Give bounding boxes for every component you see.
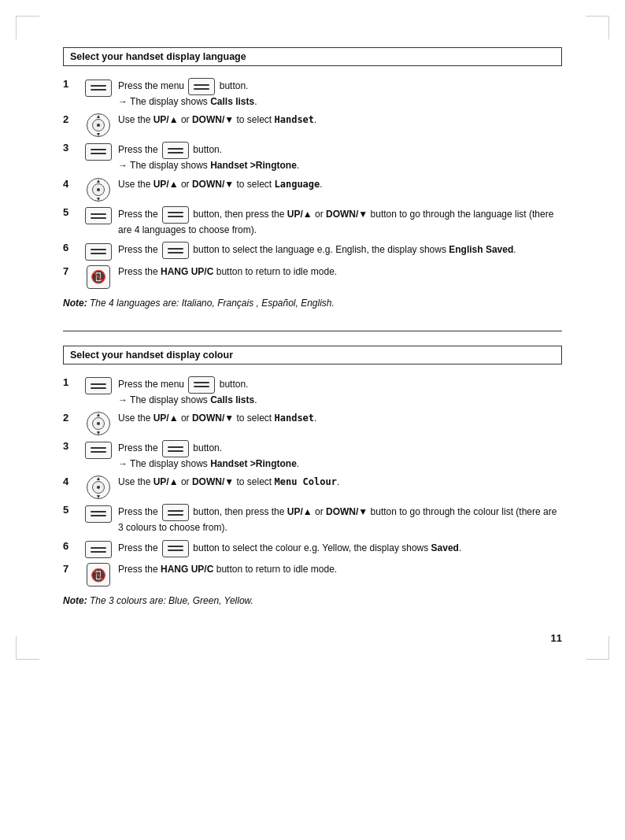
step-text: Press the menu button. → The display sho… (118, 374, 562, 409)
steps-table-colour: 1 Press the menu button. → The display s… (63, 374, 562, 590)
table-row: 6 Press the button to select the languag… (63, 239, 562, 263)
step-text: Use the UP/▲ or DOWN/▼ to select Handset… (118, 111, 562, 139)
nav-button-icon (87, 412, 110, 435)
step-number: 2 (63, 111, 79, 139)
corner-mark-tl (16, 16, 39, 39)
section-colour-note: Note: The 3 colours are: Blue, Green, Ye… (63, 595, 562, 606)
menu-button-icon (85, 377, 112, 394)
menu-icon-inline (162, 142, 189, 159)
menu-button-icon (85, 143, 112, 161)
step-text: Press the button. → The display shows Ha… (118, 139, 562, 175)
table-row: 4 Use the UP/▲ or DOWN/▼ to select Menu … (63, 473, 562, 501)
corner-mark-tr (586, 16, 609, 39)
section-colour-header: Select your handset display colour (63, 346, 562, 364)
step-icon-menu (79, 538, 118, 561)
step-text: Press the HANG UP/C button to return to … (118, 263, 562, 291)
step-number: 7 (63, 561, 79, 589)
step-number: 5 (63, 501, 79, 537)
hangup-button-icon: 📵 (87, 563, 110, 587)
menu-button-icon (85, 505, 112, 523)
table-row: 7 📵 Press the HANG UP/C button to return… (63, 561, 562, 589)
table-row: 2 Use the UP/▲ or DOWN/▼ to select Hands… (63, 409, 562, 438)
section-divider (63, 331, 562, 331)
step-icon-menu (79, 204, 118, 239)
nav-button-icon (87, 178, 110, 202)
step-text: Press the button, then press the UP/▲ or… (118, 204, 562, 239)
step-text: Press the menu button. → The display sho… (118, 76, 562, 111)
menu-icon-inline (162, 440, 189, 457)
menu-button-icon (85, 442, 112, 459)
step-number: 4 (63, 473, 79, 501)
step-arrow: → The display shows Calls lists. (118, 95, 562, 109)
table-row: 3 Press the button. → The display shows … (63, 438, 562, 473)
step-number: 6 (63, 239, 79, 263)
step-icon-nav (79, 473, 118, 501)
menu-icon-inline (162, 504, 189, 521)
menu-icon-inline (162, 540, 189, 557)
page-number: 11 (551, 632, 562, 644)
menu-icon-inline (162, 206, 189, 224)
step-number: 6 (63, 538, 79, 561)
step-number: 5 (63, 204, 79, 239)
table-row: 3 Press the button. → The display shows … (63, 139, 562, 175)
step-text: Press the button to select the language … (118, 239, 562, 263)
menu-icon-inline (188, 376, 215, 394)
table-row: 1 Press the menu button. → The display s… (63, 76, 562, 111)
section-colour: Select your handset display colour 1 Pre… (63, 346, 562, 607)
step-number: 3 (63, 438, 79, 473)
step-icon-menu (79, 438, 118, 473)
menu-icon-inline (188, 78, 215, 95)
table-row: 7 📵 Press the HANG UP/C button to return… (63, 263, 562, 291)
steps-table-language: 1 Press the menu button. → The display s… (63, 76, 562, 291)
step-icon-menu (79, 501, 118, 537)
step-arrow: → The display shows Calls lists. (118, 394, 562, 407)
step-number: 4 (63, 176, 79, 204)
step-icon-hangup: 📵 (79, 263, 118, 291)
step-icon-nav (79, 409, 118, 438)
step-text: Use the UP/▲ or DOWN/▼ to select Menu Co… (118, 473, 562, 501)
step-text: Press the button. → The display shows Ha… (118, 438, 562, 473)
step-text: Use the UP/▲ or DOWN/▼ to select Languag… (118, 176, 562, 204)
table-row: 4 Use the UP/▲ or DOWN/▼ to select Langu… (63, 176, 562, 204)
table-row: 5 Press the button, then press the UP/▲ … (63, 501, 562, 537)
corner-mark-br (586, 636, 609, 660)
section-language-header: Select your handset display language (63, 47, 562, 66)
menu-icon-inline (162, 242, 189, 259)
menu-button-icon (85, 80, 112, 97)
table-row: 5 Press the button, then press the UP/▲ … (63, 204, 562, 239)
menu-button-icon (85, 207, 112, 224)
step-number: 1 (63, 374, 79, 409)
step-number: 3 (63, 139, 79, 175)
step-number: 1 (63, 76, 79, 111)
step-icon-menu (79, 374, 118, 409)
nav-button-icon (87, 113, 110, 137)
hangup-button-icon: 📵 (87, 265, 110, 289)
step-arrow: → The display shows Handset >Ringtone. (118, 159, 562, 172)
table-row: 6 Press the button to select the colour … (63, 538, 562, 561)
step-icon-menu (79, 76, 118, 111)
step-text: Press the HANG UP/C button to return to … (118, 561, 562, 589)
table-row: 1 Press the menu button. → The display s… (63, 374, 562, 409)
step-arrow: → The display shows Handset >Ringtone. (118, 457, 562, 471)
step-icon-nav (79, 111, 118, 139)
step-text: Press the button, then press the UP/▲ or… (118, 501, 562, 537)
page: Select your handset display language 1 P… (0, 0, 625, 675)
section-language-note: Note: The 4 languages are: Italiano, Fra… (63, 298, 562, 309)
section-language: Select your handset display language 1 P… (63, 47, 562, 309)
nav-button-icon (87, 476, 110, 499)
menu-button-icon (85, 541, 112, 558)
step-text: Use the UP/▲ or DOWN/▼ to select Handset… (118, 409, 562, 438)
step-number: 2 (63, 409, 79, 438)
menu-button-icon (85, 243, 112, 261)
step-icon-menu (79, 139, 118, 175)
step-icon-hangup: 📵 (79, 561, 118, 589)
step-icon-nav (79, 176, 118, 204)
step-number: 7 (63, 263, 79, 291)
step-text: Press the button to select the colour e.… (118, 538, 562, 561)
step-icon-menu (79, 239, 118, 263)
table-row: 2 Use the UP/▲ or DOWN/▼ to select Hands… (63, 111, 562, 139)
corner-mark-bl (16, 636, 39, 660)
